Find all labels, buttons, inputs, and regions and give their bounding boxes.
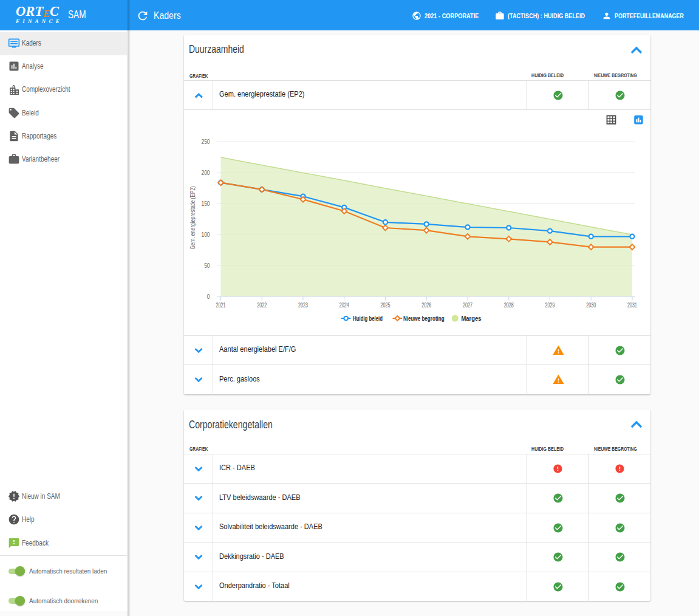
svg-text:2027: 2027 <box>463 301 472 309</box>
svg-text:2029: 2029 <box>545 301 555 309</box>
svg-text:2023: 2023 <box>298 301 308 309</box>
svg-text:0: 0 <box>207 293 210 300</box>
svg-text:2028: 2028 <box>504 301 514 309</box>
svg-text:Nieuwe begroting: Nieuwe begroting <box>403 315 445 322</box>
svg-text:50: 50 <box>204 262 210 269</box>
svg-text:2026: 2026 <box>421 301 431 309</box>
svg-text:2031: 2031 <box>627 301 637 309</box>
svg-text:Gem. energieprestatie (EP2): Gem. energieprestatie (EP2) <box>189 187 196 250</box>
svg-text:2024: 2024 <box>339 301 349 309</box>
svg-text:2030: 2030 <box>586 301 596 309</box>
svg-text:2022: 2022 <box>257 301 267 309</box>
svg-text:150: 150 <box>202 200 210 207</box>
svg-text:2021: 2021 <box>216 301 226 309</box>
svg-text:Huidig beleid: Huidig beleid <box>353 315 383 322</box>
svg-text:100: 100 <box>202 231 210 238</box>
svg-text:2025: 2025 <box>381 301 390 309</box>
svg-text:200: 200 <box>202 169 210 176</box>
svg-text:Marges: Marges <box>461 315 481 322</box>
svg-text:250: 250 <box>202 138 210 145</box>
